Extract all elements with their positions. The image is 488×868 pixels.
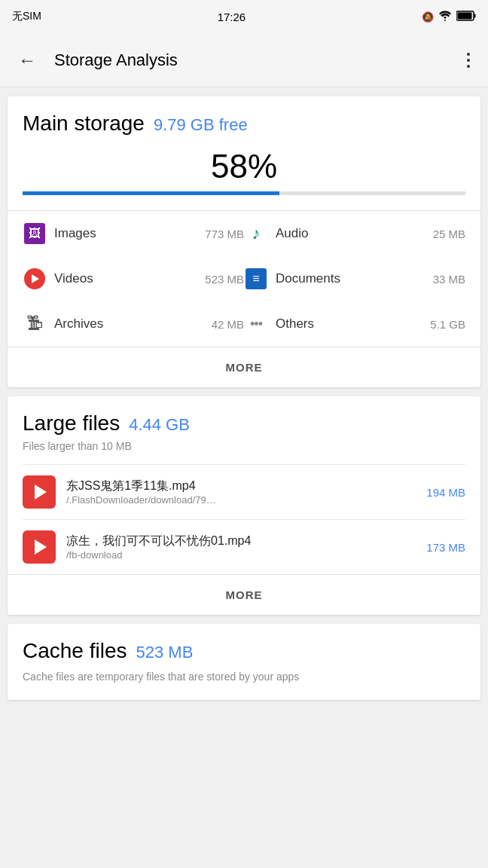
documents-label: Documents	[276, 271, 425, 286]
others-size: 5.1 GB	[430, 318, 465, 331]
time-text: 17:26	[218, 11, 246, 23]
status-bar: 无SIM 17:26 🔕	[0, 0, 488, 33]
bell-mute-icon: 🔕	[422, 11, 434, 23]
app-bar: ← Storage Analysis	[0, 33, 488, 87]
storage-item-others: ••• Others 5.1 GB	[244, 301, 465, 347]
dot-2	[467, 59, 470, 62]
percentage-container: 58%	[23, 148, 465, 185]
file-size-0: 194 MB	[426, 486, 465, 499]
documents-size: 33 MB	[433, 273, 465, 286]
archives-label: Archives	[54, 316, 204, 332]
file-path-0: /.FlashDownloader/download/79…	[66, 494, 416, 506]
main-storage-free: 9.79 GB free	[154, 115, 248, 135]
video-icon-0	[23, 475, 56, 509]
dot-3	[467, 65, 470, 68]
images-size: 773 MB	[205, 228, 244, 240]
large-files-card: Large files 4.44 GB Files larger than 10…	[8, 396, 480, 615]
main-storage-card: Main storage 9.79 GB free 58% 🖼 Images 7…	[8, 96, 480, 387]
large-files-size: 4.44 GB	[129, 415, 190, 435]
progress-bar-container	[23, 191, 465, 195]
battery-icon	[456, 11, 476, 23]
cache-files-header: Cache files 523 MB	[23, 639, 465, 663]
status-icons: 🔕	[422, 11, 476, 23]
main-storage-more-button[interactable]: MORE	[8, 347, 480, 387]
storage-item-archives: 🗜 Archives 42 MB	[23, 301, 244, 347]
images-icon: 🖼	[23, 222, 47, 246]
carrier-text: 无SIM	[12, 10, 41, 23]
main-storage-title: Main storage	[23, 112, 145, 136]
cache-files-title: Cache files	[23, 639, 127, 663]
storage-item-videos: Videos 523 MB	[23, 256, 244, 301]
file-size-1: 173 MB	[426, 541, 465, 554]
dot-1	[467, 53, 470, 56]
cache-files-card: Cache files 523 MB Cache files are tempo…	[8, 624, 480, 700]
file-info-0: 东JSS鬼第1季11集.mp4 /.FlashDownloader/downlo…	[66, 478, 416, 506]
archives-icon: 🗜	[23, 312, 47, 336]
videos-label: Videos	[54, 271, 197, 286]
main-storage-header: Main storage 9.79 GB free	[23, 112, 465, 136]
videos-size: 523 MB	[205, 273, 244, 286]
more-menu-button[interactable]	[461, 47, 476, 74]
large-files-subtitle: Files larger than 10 MB	[23, 440, 465, 452]
large-files-title: Large files	[23, 411, 120, 436]
back-button[interactable]: ←	[12, 44, 42, 77]
large-files-more-button[interactable]: MORE	[8, 575, 480, 615]
archives-size: 42 MB	[212, 318, 244, 331]
others-label: Others	[276, 316, 422, 332]
file-name-1: 凉生，我们可不可以不忧伤01.mp4	[66, 533, 416, 549]
file-name-0: 东JSS鬼第1季11集.mp4	[66, 478, 416, 494]
svg-rect-1	[458, 12, 472, 19]
video-icon-1	[23, 530, 56, 564]
storage-item-images: 🖼 Images 773 MB	[23, 211, 244, 256]
large-files-header: Large files 4.44 GB	[23, 411, 465, 436]
percentage-text: 58%	[211, 148, 277, 185]
page-title: Storage Analysis	[54, 50, 461, 70]
svg-rect-2	[474, 14, 476, 17]
cache-files-subtitle: Cache files are temporary files that are…	[23, 669, 465, 685]
audio-label: Audio	[276, 226, 425, 241]
storage-grid: 🖼 Images 773 MB ♪ Audio 25 MB Videos 523…	[23, 211, 465, 347]
storage-item-documents: ≡ Documents 33 MB	[244, 256, 465, 301]
storage-item-audio: ♪ Audio 25 MB	[244, 211, 465, 256]
documents-icon: ≡	[244, 267, 268, 291]
file-item-1[interactable]: 凉生，我们可不可以不忧伤01.mp4 /fb-download 173 MB	[23, 519, 465, 574]
audio-icon: ♪	[244, 222, 268, 246]
file-info-1: 凉生，我们可不可以不忧伤01.mp4 /fb-download	[66, 533, 416, 561]
cache-files-size: 523 MB	[136, 643, 194, 662]
wifi-icon	[438, 11, 452, 23]
file-item-0[interactable]: 东JSS鬼第1季11集.mp4 /.FlashDownloader/downlo…	[23, 464, 465, 519]
audio-size: 25 MB	[433, 228, 465, 240]
others-icon: •••	[244, 312, 268, 336]
file-path-1: /fb-download	[66, 549, 416, 561]
videos-icon	[23, 267, 47, 291]
images-label: Images	[54, 226, 197, 241]
progress-bar-fill	[23, 191, 279, 195]
